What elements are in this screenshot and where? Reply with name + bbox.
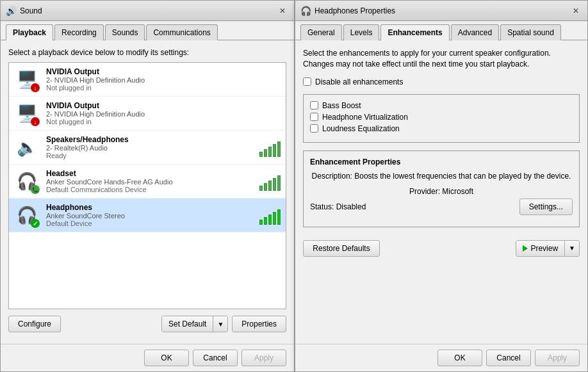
bass-boost-row: Bass Boost [310,101,573,110]
device-sub-5: Anker SoundCore Stereo [46,212,259,220]
tab-enhancements[interactable]: Enhancements [380,24,449,40]
set-default-arrow[interactable]: ▼ [213,316,227,332]
sound-cancel-button[interactable]: Cancel [193,350,238,366]
preview-button[interactable]: Preview [516,241,565,256]
tab-communications[interactable]: Communications [146,24,217,40]
device-name-3: Speakers/Headphones [46,135,259,144]
headphones-content: Select the enhancements to apply for you… [295,40,587,344]
restore-defaults-button[interactable]: Restore Defaults [303,240,380,257]
volume-bars-3 [259,138,281,157]
device-item-headphones[interactable]: 🎧 ✓ Headphones Anker SoundCore Stereo De… [9,198,286,232]
tab-advanced[interactable]: Advanced [451,24,499,40]
headphone-virt-row: Headphone Virtualization [310,113,573,122]
settings-button[interactable]: Settings... [519,198,573,215]
device-item-headset[interactable]: 🎧 📞 Headset Anker SoundCore Hands-Free A… [9,165,286,198]
properties-button[interactable]: Properties [232,316,286,332]
device-item-nvidia-2[interactable]: 🖥️ ↓ NVIDIA Output 2- NVIDIA High Defini… [9,97,286,131]
device-info-4: Headset Anker SoundCore Hands-Free AG Au… [46,169,259,193]
status-badge-phone: 📞 [31,185,40,194]
bar [277,175,281,191]
device-status-5: Default Device [46,220,259,227]
sound-tabs: Playback Recording Sounds Communications [1,21,294,40]
tab-levels[interactable]: Levels [343,24,380,40]
bass-boost-checkbox[interactable] [310,101,318,109]
headphones-title-bar: 🎧 Headphones Properties ✕ [295,1,587,21]
sound-window-icon: 🔊 [6,6,16,16]
disable-all-group: Disable all enhancements [303,77,580,89]
device-info-1: NVIDIA Output 2- NVIDIA High Definition … [46,67,281,92]
bar [264,217,267,225]
status-badge-green: ✓ [31,219,40,228]
tab-recording[interactable]: Recording [54,24,104,40]
device-status-1: Not plugged in [46,84,281,92]
sound-window-title: Sound [20,6,276,15]
bar [259,220,263,225]
disable-all-label[interactable]: Disable all enhancements [315,77,403,86]
bar [264,183,267,191]
tab-sounds[interactable]: Sounds [105,24,145,40]
status-label: Status: Disabled [310,202,366,211]
device-info-5: Headphones Anker SoundCore Stereo Defaul… [46,203,259,227]
headphones-cancel-button[interactable]: Cancel [486,350,531,366]
tab-spatial-sound[interactable]: Spatial sound [500,24,561,40]
preview-arrow-button[interactable]: ▼ [565,241,579,256]
loudness-eq-label[interactable]: Loudness Equalization [322,124,400,133]
enhancements-group: Bass Boost Headphone Virtualization Loud… [303,94,580,143]
device-sub-3: 2- Realtek(R) Audio [46,144,259,152]
configure-button[interactable]: Configure [8,316,61,332]
device-name-4: Headset [46,169,259,178]
sound-content: Select a playback device below to modify… [1,40,294,344]
status-row: Status: Disabled Settings... [310,198,573,215]
device-icon-wrap-3: 🔈 [14,134,40,160]
playback-section-label: Select a playback device below to modify… [8,48,286,57]
sound-window: 🔊 Sound ✕ Playback Recording Sounds Comm… [0,0,295,372]
device-sub-1: 2- NVIDIA High Definition Audio [46,76,281,84]
device-icon-wrap-2: 🖥️ ↓ [14,101,40,126]
device-name-5: Headphones [46,203,259,212]
headphones-ok-button[interactable]: OK [437,350,482,366]
headphones-properties-window: 🎧 Headphones Properties ✕ General Levels… [295,0,588,372]
device-name-2: NVIDIA Output [46,101,281,110]
device-name-1: NVIDIA Output [46,67,281,76]
device-info-2: NVIDIA Output 2- NVIDIA High Definition … [46,101,281,125]
device-sub-4: Anker SoundCore Hands-Free AG Audio [46,178,259,186]
enhancement-props-title: Enhancement Properties [310,158,573,166]
device-sub-2: 2- NVIDIA High Definition Audio [46,110,281,118]
headphones-footer: OK Cancel Apply [295,344,587,371]
tab-playback[interactable]: Playback [6,24,53,40]
bar [273,178,276,191]
sound-close-button[interactable]: ✕ [276,4,289,17]
device-info-3: Speakers/Headphones 2- Realtek(R) Audio … [46,135,259,159]
play-icon [523,245,528,252]
device-status-3: Ready [46,152,259,159]
device-list[interactable]: 🖥️ ↓ NVIDIA Output 2- NVIDIA High Defini… [8,62,286,309]
provider-row: Provider: Microsoft [310,187,573,196]
sound-apply-button[interactable]: Apply [241,350,286,366]
headphones-window-icon: 🎧 [300,6,311,16]
headphones-apply-button[interactable]: Apply [535,350,580,366]
bass-boost-label[interactable]: Bass Boost [322,101,361,110]
speaker-icon: 🔈 [17,138,37,158]
disable-all-checkbox[interactable] [303,77,311,86]
bar [259,186,263,191]
device-item-nvidia-1[interactable]: 🖥️ ↓ NVIDIA Output 2- NVIDIA High Defini… [9,63,286,97]
device-status-4: Default Communications Device [46,186,259,193]
headphones-window-title: Headphones Properties [314,6,569,15]
device-item-speakers[interactable]: 🔈 Speakers/Headphones 2- Realtek(R) Audi… [9,131,286,165]
headphones-close-button[interactable]: ✕ [569,4,582,17]
sound-ok-button[interactable]: OK [144,350,189,366]
provider-label: Provider: Microsoft [409,187,473,196]
headphone-virt-checkbox[interactable] [310,113,318,121]
headphone-virt-label[interactable]: Headphone Virtualization [322,113,408,122]
loudness-eq-checkbox[interactable] [310,124,318,133]
set-default-button[interactable]: Set Default [162,316,213,332]
sound-title-bar: 🔊 Sound ✕ [1,1,294,21]
device-status-2: Not plugged in [46,118,281,125]
bar [268,181,272,191]
bar [277,209,281,225]
disable-all-row: Disable all enhancements [303,77,580,86]
bar [273,144,276,157]
headphones-tabs: General Levels Enhancements Advanced Spa… [295,21,587,40]
tab-general[interactable]: General [300,24,342,40]
enhancement-properties-box: Enhancement Properties Description: Boos… [303,150,580,227]
